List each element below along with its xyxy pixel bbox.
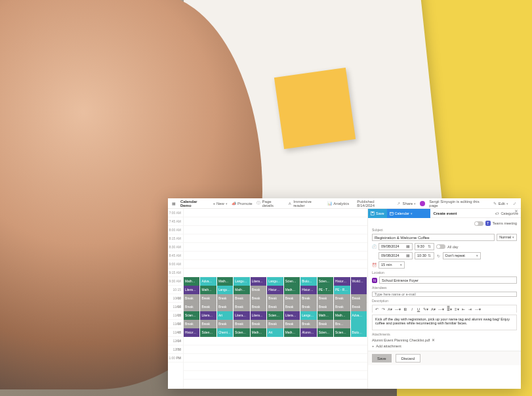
edit-button[interactable]: ✎Edit ▾ xyxy=(493,201,508,206)
add-attachment-button[interactable]: + Add attachment xyxy=(372,344,517,348)
start-time-input[interactable]: 9:30⇅ xyxy=(415,243,434,250)
rte-bold[interactable]: B xyxy=(403,307,407,311)
rte-font[interactable]: A▾ xyxy=(388,307,392,311)
calendar-event[interactable]: Math… xyxy=(284,328,300,337)
rte-underline[interactable]: U xyxy=(417,307,420,311)
analytics-button[interactable]: 📊Analytics xyxy=(327,201,349,206)
calendar-event[interactable]: Break xyxy=(300,303,316,311)
discard-button[interactable]: Discard xyxy=(396,354,420,363)
rte-indent[interactable]: ⇥ xyxy=(468,307,472,311)
calendar-event[interactable]: World… xyxy=(351,277,367,286)
calendar-event[interactable]: Scien… xyxy=(317,277,333,286)
calendar-event[interactable]: Art xyxy=(217,311,233,320)
calendar-event[interactable]: Break xyxy=(317,294,333,303)
calendar-event[interactable]: PE - T… xyxy=(317,286,333,294)
calendar-event[interactable] xyxy=(351,286,367,294)
calendar-event[interactable]: Break xyxy=(284,320,300,328)
calendar-grid[interactable]: 7:00 AM7:45 AM8:00 AM8:15 AM8:30 AM8:45 … xyxy=(168,209,367,389)
save-button[interactable]: Save xyxy=(372,354,392,363)
attachment-item[interactable]: Alumni Event Planning Checklist.pdf ✕ xyxy=(372,338,517,342)
new-button[interactable]: + New ▾ xyxy=(213,202,228,206)
calendar-event[interactable] xyxy=(351,320,367,328)
repeat-select[interactable]: Don't repeat▾ xyxy=(443,252,481,259)
calendar-event[interactable]: Math… xyxy=(217,277,233,286)
close-dialog-button[interactable]: ✕ xyxy=(514,209,518,214)
calendar-event[interactable]: PE - R… xyxy=(334,286,350,294)
attachment-remove[interactable]: ✕ xyxy=(432,338,435,342)
calendar-event[interactable]: Break xyxy=(317,320,333,328)
dialog-calendar-button[interactable]: Calendar ▾ xyxy=(387,209,431,218)
calendar-event[interactable]: Biolo… xyxy=(300,277,316,286)
calendar-event[interactable]: Adva… xyxy=(200,277,216,286)
calendar-event[interactable]: Break xyxy=(351,303,367,311)
calendar-event[interactable]: Break xyxy=(251,303,266,311)
description-editor[interactable]: Kick off the day with registration, pick… xyxy=(372,315,517,330)
calendar-event[interactable]: Adva… xyxy=(351,311,367,320)
calendar-event[interactable]: Litera… xyxy=(200,311,216,320)
rte-redo[interactable]: ↷ xyxy=(381,307,385,311)
calendar-event[interactable]: Break xyxy=(317,303,333,311)
calendar-event[interactable]: Litera… xyxy=(234,311,249,320)
calendar-event[interactable]: Langu… xyxy=(267,277,283,286)
all-day-toggle[interactable] xyxy=(436,244,445,249)
calendar-event[interactable]: Bre… xyxy=(334,320,350,328)
calendar-event[interactable]: Histor… xyxy=(267,286,283,294)
calendar-event[interactable]: Math… xyxy=(284,286,300,294)
calendar-event[interactable]: Histor… xyxy=(334,277,350,286)
calendar-event[interactable]: Chemi… xyxy=(217,328,233,337)
calendar-event[interactable]: Break xyxy=(217,320,233,328)
calendar-event[interactable]: Break xyxy=(217,294,233,303)
expand-button[interactable]: ⤢ xyxy=(512,201,517,206)
rte-undo[interactable]: ↶ xyxy=(375,307,379,311)
calendar-event[interactable]: Break xyxy=(334,294,350,303)
calendar-event[interactable]: Scien… xyxy=(334,328,350,337)
calendar-event[interactable]: Art xyxy=(267,328,283,337)
rte-outdent[interactable]: ⇤ xyxy=(462,307,466,311)
calendar-event[interactable]: Math… xyxy=(317,311,333,320)
calendar-event[interactable]: Break xyxy=(184,294,199,303)
calendar-event[interactable]: Scien… xyxy=(200,328,216,337)
calendar-event[interactable]: Break xyxy=(200,320,216,328)
calendar-event[interactable]: Break xyxy=(251,286,266,294)
reminder-select[interactable]: 15 min▾ xyxy=(379,261,405,269)
calendar-event[interactable]: Break xyxy=(200,294,216,303)
location-input[interactable] xyxy=(379,276,517,284)
rte-italic[interactable]: I xyxy=(410,307,414,311)
page-details-button[interactable]: ⓘPage details xyxy=(256,200,284,208)
calendar-event[interactable]: Histor… xyxy=(300,286,316,294)
end-time-input[interactable]: 10:30⇅ xyxy=(415,252,434,259)
calendar-event[interactable]: Break xyxy=(300,320,316,328)
promote-button[interactable]: 📣Promote xyxy=(232,201,253,206)
importance-select[interactable]: Normal▾ xyxy=(497,234,517,241)
calendar-event[interactable]: Scien… xyxy=(267,311,283,320)
calendar-event[interactable]: Break xyxy=(200,303,216,311)
calendar-event[interactable]: Math… xyxy=(334,311,350,320)
calendar-event[interactable]: Litera… xyxy=(284,311,300,320)
rte-color[interactable]: A▾ xyxy=(431,307,436,311)
calendar-event[interactable]: Scien… xyxy=(284,277,300,286)
calendar-event[interactable]: Break xyxy=(217,303,233,311)
calendar-event[interactable]: Langu… xyxy=(300,311,316,320)
rte-size[interactable]: —▾ xyxy=(395,307,401,311)
calendar-event[interactable]: Break xyxy=(251,294,266,303)
calendar-event[interactable]: Scien… xyxy=(184,311,199,320)
calendar-event[interactable]: Break xyxy=(184,303,199,311)
dialog-save-button[interactable]: Save xyxy=(368,209,387,218)
rte-bullets[interactable]: ≣▾ xyxy=(447,307,452,311)
rte-more1[interactable]: ⋯▾ xyxy=(438,307,444,311)
subject-input[interactable] xyxy=(372,234,495,241)
calendar-event[interactable]: Math… xyxy=(184,277,199,286)
calendar-event[interactable]: Break xyxy=(251,320,266,328)
calendar-event[interactable]: Math… xyxy=(251,328,266,337)
start-date-input[interactable]: 09/08/2024▦ xyxy=(379,243,413,250)
calendar-event[interactable]: Litera… xyxy=(251,277,266,286)
calendar-event[interactable]: Break xyxy=(234,320,249,328)
immersive-reader-button[interactable]: AImmersive reader xyxy=(287,200,323,208)
calendar-event[interactable]: Break xyxy=(334,303,350,311)
calendar-event[interactable]: Math… xyxy=(234,286,249,294)
rte-align[interactable]: ≡▾ xyxy=(455,307,459,311)
calendar-event[interactable]: Break xyxy=(184,320,199,328)
calendar-event[interactable]: Langu… xyxy=(217,286,233,294)
calendar-event[interactable]: Break xyxy=(300,294,316,303)
calendar-event[interactable]: Break xyxy=(267,294,283,303)
